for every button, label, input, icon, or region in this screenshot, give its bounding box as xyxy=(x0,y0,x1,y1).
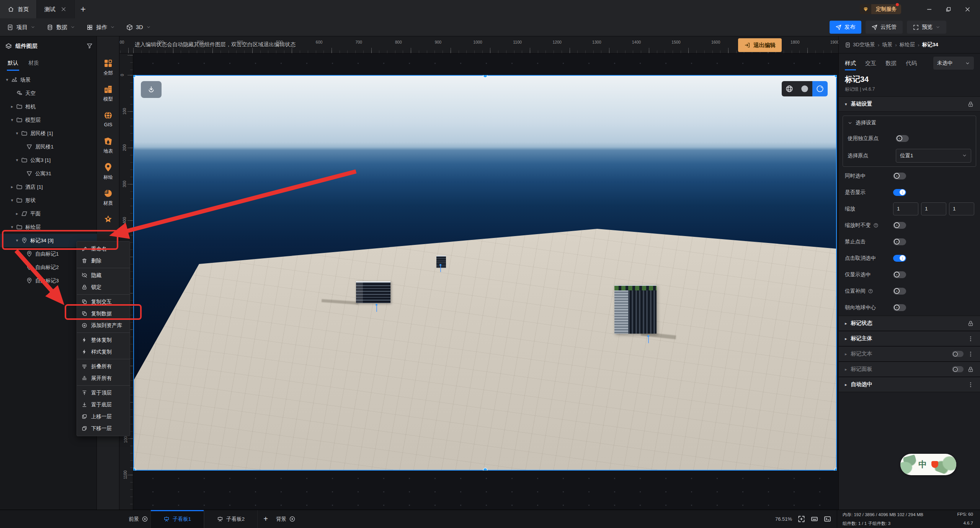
publish-button[interactable]: 发布 xyxy=(830,21,861,34)
asset-category-模型[interactable]: 模型 xyxy=(97,85,119,109)
kebab-icon[interactable] xyxy=(967,336,974,342)
kebab-icon[interactable] xyxy=(967,381,974,388)
tree-item[interactable]: ▾ 形状 xyxy=(0,194,96,207)
custom-service-badge[interactable]: 定制服务 xyxy=(860,4,901,14)
tree-item[interactable]: ▾ 公寓3 [1] xyxy=(0,153,96,167)
toggle-on[interactable]: | xyxy=(893,189,906,196)
select-settings-header[interactable]: 选择设置 xyxy=(843,116,976,130)
cloud-hosting-button[interactable]: 云托管 xyxy=(866,21,903,34)
context-menu-item[interactable]: 删除 xyxy=(77,255,130,267)
tree-item[interactable]: 公寓31 xyxy=(0,167,96,180)
board-tab-子看板1[interactable]: 子看板1 xyxy=(150,510,204,528)
asset-category-地表[interactable]: 地表 xyxy=(97,137,119,161)
zoom-level[interactable]: 76.51% xyxy=(775,516,792,522)
tree-collapse-icon[interactable]: ▾ xyxy=(9,117,15,122)
tree-item[interactable]: ▾ 模型层 xyxy=(0,113,96,127)
toggle-off[interactable]: o xyxy=(893,222,906,229)
property-tab-样式[interactable]: 样式 xyxy=(845,54,856,73)
fit-view-icon[interactable] xyxy=(798,515,805,523)
tree-item[interactable]: 天空 xyxy=(0,86,96,100)
section-标记文本[interactable]: ▸ 标记文本 o xyxy=(839,346,980,362)
menu-3d[interactable]: 3D xyxy=(126,24,151,31)
context-menu-item[interactable]: 隐藏 xyxy=(77,269,130,281)
tree-item[interactable]: ▸ 平面 xyxy=(0,207,96,220)
tree-item[interactable]: ▾ 居民楼 [1] xyxy=(0,127,96,140)
property-tab-数据[interactable]: 数据 xyxy=(885,54,897,73)
add-background-icon[interactable] xyxy=(289,516,296,522)
menu-data[interactable]: 数据 xyxy=(47,24,75,31)
panel-tab-默认[interactable]: 默认 xyxy=(8,55,18,71)
menu-operation[interactable]: 操作 xyxy=(87,24,115,31)
lock-icon[interactable] xyxy=(967,101,974,108)
scale-input[interactable] xyxy=(921,202,946,215)
context-menu-item[interactable]: 重命名 xyxy=(77,243,130,255)
new-tab-button[interactable]: + xyxy=(75,0,91,18)
section-自动选中[interactable]: ▸ 自动选中 xyxy=(839,377,980,392)
help-icon[interactable] xyxy=(868,288,873,294)
section-标记面板[interactable]: ▸ 标记面板 o xyxy=(839,362,980,377)
toggle-off[interactable]: o xyxy=(893,288,906,295)
toggle-on[interactable]: | xyxy=(893,255,906,262)
marker-point[interactable] xyxy=(439,264,441,266)
tree-collapse-icon[interactable]: ▾ xyxy=(14,131,20,136)
tab-document[interactable]: 测试 xyxy=(37,0,75,18)
tree-collapse-icon[interactable]: ▾ xyxy=(14,158,20,163)
ime-indicator[interactable]: 中 xyxy=(900,454,956,475)
property-tab-代码[interactable]: 代码 xyxy=(906,54,917,73)
origin-select[interactable]: 位置1 xyxy=(896,149,971,163)
state-select[interactable]: 未选中 xyxy=(933,57,974,70)
context-menu-item[interactable]: 下移一层 xyxy=(77,422,130,434)
console-icon[interactable] xyxy=(824,515,831,523)
filter-icon[interactable] xyxy=(87,43,93,49)
tree-collapse-icon[interactable]: ▾ xyxy=(4,77,10,82)
close-button[interactable] xyxy=(959,3,975,16)
context-menu-item[interactable]: 上移一层 xyxy=(77,411,130,422)
textured-sphere-button[interactable] xyxy=(812,81,828,96)
context-menu-item[interactable]: 锁定 xyxy=(77,281,130,293)
tree-expand-icon[interactable]: ▸ xyxy=(9,184,15,189)
tree-expand-icon[interactable]: ▸ xyxy=(14,211,20,216)
scale-input[interactable] xyxy=(949,202,974,215)
building-model[interactable] xyxy=(356,281,390,303)
asset-category-GIS[interactable]: GIS xyxy=(97,111,119,135)
menu-project[interactable]: 项目 xyxy=(7,24,35,31)
tree-expand-icon[interactable]: ▸ xyxy=(9,104,15,109)
breadcrumb-item[interactable]: 标绘层 xyxy=(900,41,915,48)
download-button[interactable] xyxy=(141,81,162,98)
panel-tab-材质[interactable]: 材质 xyxy=(28,55,39,71)
exit-edit-button[interactable]: 退出编辑 xyxy=(738,38,782,52)
selection-handle[interactable] xyxy=(835,75,837,77)
tree-item[interactable]: 居民楼1 xyxy=(0,140,96,153)
add-foreground-icon[interactable] xyxy=(142,516,148,522)
context-menu-item[interactable]: 折叠所有 xyxy=(77,360,130,372)
tree-collapse-icon[interactable]: ▾ xyxy=(14,238,20,243)
marker-point[interactable] xyxy=(647,335,649,337)
selection-handle[interactable] xyxy=(133,75,136,77)
section-toggle-off[interactable]: o xyxy=(952,351,964,357)
add-board-button[interactable]: + xyxy=(258,510,274,528)
tree-collapse-icon[interactable]: ▾ xyxy=(9,198,15,203)
marker-point[interactable] xyxy=(376,304,377,306)
context-menu-item[interactable]: 添加到资产库 xyxy=(77,319,130,331)
breadcrumb-item[interactable]: 3D空场景 xyxy=(853,41,875,48)
toggle-off[interactable]: o xyxy=(893,173,906,179)
minimize-button[interactable] xyxy=(921,3,937,16)
section-base-settings[interactable]: ▾ 基础设置 xyxy=(839,96,980,112)
lock-icon[interactable] xyxy=(967,366,974,373)
tree-item[interactable]: ▾ 场景 xyxy=(0,73,96,86)
3d-scene-canvas[interactable] xyxy=(133,75,837,471)
toggle-off[interactable]: o xyxy=(893,238,906,245)
toggle-off[interactable]: o xyxy=(893,304,906,311)
preview-button[interactable]: 预览 xyxy=(907,21,946,34)
section-toggle-off[interactable]: o xyxy=(952,366,964,372)
building-model[interactable] xyxy=(436,256,446,268)
context-menu-item[interactable]: 样式复制 xyxy=(77,346,130,358)
lock-icon[interactable] xyxy=(967,320,974,327)
wireframe-globe-button[interactable] xyxy=(782,81,797,96)
building-model[interactable] xyxy=(614,285,657,334)
tree-collapse-icon[interactable]: ▾ xyxy=(9,225,15,230)
context-menu-item[interactable]: 复制数据 xyxy=(77,308,130,319)
close-tab-icon[interactable] xyxy=(60,6,67,12)
toggle-off[interactable]: o xyxy=(896,135,909,142)
context-menu-item[interactable]: 整体复制 xyxy=(77,334,130,346)
